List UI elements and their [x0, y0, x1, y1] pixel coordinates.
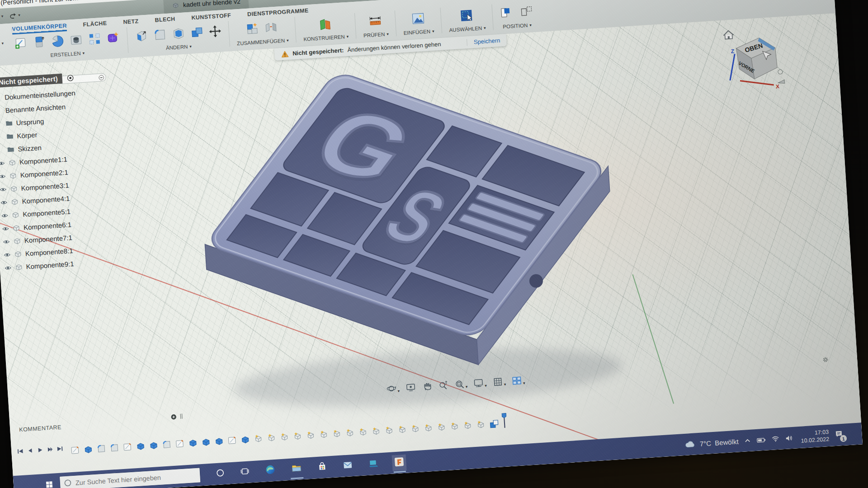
ribbon-group-label[interactable]: ERSTELLEN▾	[50, 51, 85, 58]
timeline-feature-extrude-icon[interactable]	[148, 440, 159, 451]
timeline-feature-component-icon[interactable]	[305, 430, 316, 441]
timeline-feature-fillet-icon[interactable]	[161, 439, 172, 450]
timeline-feature-component-icon[interactable]	[318, 429, 330, 440]
fillet-icon[interactable]	[153, 28, 167, 42]
visibility-eye-icon[interactable]	[0, 186, 7, 192]
timeline-step-forward-button[interactable]	[47, 446, 54, 453]
press-pull-icon[interactable]	[134, 29, 149, 43]
nav-grid-snaps-button[interactable]: ▾	[492, 376, 506, 388]
capture-position-icon[interactable]	[500, 6, 515, 20]
timeline-feature-component-icon[interactable]	[357, 427, 368, 438]
visibility-eye-icon[interactable]	[0, 199, 8, 205]
timeline-feature-fillet-icon[interactable]	[96, 443, 107, 454]
timeline-feature-component-icon[interactable]	[344, 427, 355, 439]
revolve-icon[interactable]	[50, 34, 65, 48]
ribbon-tab-fläche[interactable]: FLÄCHE	[83, 20, 107, 28]
ribbon-tab-blech[interactable]: BLECH	[155, 16, 175, 24]
timeline-feature-sketch-icon[interactable]	[122, 441, 133, 453]
move-icon[interactable]	[208, 25, 222, 38]
timeline-feature-component-icon[interactable]	[266, 432, 277, 444]
timeline-feature-extrude-icon[interactable]	[83, 444, 94, 455]
timeline-feature-component-icon[interactable]	[292, 431, 303, 442]
tray-expand-icon[interactable]	[744, 437, 751, 444]
wifi-icon[interactable]	[772, 436, 780, 442]
timeline-feature-extrude-icon[interactable]	[200, 436, 212, 448]
timeline-feature-extrude-icon[interactable]	[135, 441, 146, 452]
taskbar-app-file-explorer[interactable]	[289, 460, 304, 478]
timeline-position-marker[interactable]	[501, 412, 508, 429]
timeline-step-back-button[interactable]	[27, 447, 34, 454]
timeline-skip-start-button[interactable]	[17, 447, 24, 455]
visibility-eye-icon[interactable]	[0, 160, 5, 166]
timeline-feature-extrude-icon[interactable]	[240, 434, 251, 445]
taskbar-app-store[interactable]	[315, 459, 330, 475]
hole-icon[interactable]	[69, 33, 83, 47]
timeline-feature-combine-icon[interactable]	[488, 418, 500, 430]
select-icon[interactable]	[459, 8, 474, 23]
timeline-skip-end-button[interactable]	[57, 445, 64, 452]
nav-look-at-button[interactable]	[405, 382, 416, 393]
save-button[interactable]: Speichern	[467, 37, 500, 46]
timeline-feature-fillet-icon[interactable]	[109, 442, 120, 453]
nav-fit-button[interactable]: ▾	[454, 379, 468, 390]
timeline-feature-component-icon[interactable]	[436, 422, 447, 433]
taskbar-app-mail[interactable]	[340, 457, 355, 474]
visibility-eye-icon[interactable]	[4, 265, 12, 271]
timeline-feature-component-icon[interactable]	[253, 433, 264, 444]
nav-zoom-button[interactable]	[438, 380, 448, 391]
nav-display-settings-button[interactable]: ▾	[473, 377, 487, 389]
timeline-feature-component-icon[interactable]	[449, 421, 460, 432]
timeline-feature-component-icon[interactable]	[423, 422, 434, 434]
viewport-canvas[interactable]: G G S S	[0, 13, 863, 488]
timeline-play-button[interactable]	[37, 446, 44, 454]
chevron-down-icon[interactable]: ▾	[1, 14, 3, 18]
insert-image-icon[interactable]	[411, 11, 425, 26]
measure-icon[interactable]	[368, 14, 383, 28]
form-icon[interactable]	[106, 31, 120, 45]
timeline-feature-component-icon[interactable]	[410, 423, 421, 435]
visibility-eye-icon[interactable]	[0, 174, 6, 179]
nav-viewports-button[interactable]: ▾	[511, 375, 525, 386]
timeline-feature-extrude-icon[interactable]	[213, 436, 225, 447]
shell-icon[interactable]	[171, 27, 186, 41]
ribbon-tab-kunststoff[interactable]: KUNSTSTOFF	[191, 12, 231, 22]
taskbar-app-task-view[interactable]	[238, 465, 252, 480]
weather-widget[interactable]: 7°C Bewölkt	[684, 437, 739, 448]
notification-center-button[interactable]: 1	[835, 429, 844, 441]
timeline-feature-component-icon[interactable]	[462, 420, 473, 431]
sketch-create-icon[interactable]	[13, 37, 28, 51]
combine-icon[interactable]	[189, 25, 204, 40]
timeline-feature-extrude-icon[interactable]	[187, 437, 198, 448]
plus-icon[interactable]	[170, 413, 177, 420]
construction-plane-icon[interactable]	[317, 17, 333, 32]
timeline-feature-component-icon[interactable]	[370, 426, 382, 437]
home-icon[interactable]	[723, 30, 734, 39]
start-button[interactable]	[45, 480, 54, 488]
timeline-feature-sketch-icon[interactable]	[174, 438, 185, 449]
viewcube-extra-icons[interactable]	[778, 70, 785, 84]
radio-target-icon[interactable]	[66, 74, 74, 82]
taskbar-app-device[interactable]	[366, 456, 381, 473]
gear-icon[interactable]	[822, 356, 830, 364]
pattern-icon[interactable]	[87, 32, 102, 46]
timeline-feature-component-icon[interactable]	[279, 432, 290, 443]
visibility-eye-icon[interactable]	[4, 252, 11, 258]
new-component-icon[interactable]	[245, 22, 260, 36]
timeline-feature-component-icon[interactable]	[383, 425, 395, 436]
timeline-feature-sketch-icon[interactable]	[226, 435, 238, 446]
timeline-feature-sketch-icon[interactable]	[70, 445, 81, 456]
view-cube[interactable]: OBEN VORNE Z X	[720, 24, 792, 96]
nav-pan-button[interactable]	[421, 381, 432, 392]
timeline-feature-component-icon[interactable]	[396, 424, 408, 435]
joint-icon[interactable]	[264, 21, 278, 35]
nav-orbit-button[interactable]: ▾	[386, 383, 400, 394]
extrude-icon[interactable]	[32, 35, 46, 50]
volume-icon[interactable]	[785, 434, 793, 441]
ribbon-tab-netz[interactable]: NETZ	[123, 18, 139, 26]
minus-icon[interactable]	[98, 74, 104, 80]
chevron-down-icon[interactable]: ▾	[18, 13, 20, 17]
battery-icon[interactable]	[757, 436, 766, 443]
timeline-feature-component-icon[interactable]	[475, 419, 486, 430]
timeline-feature-component-icon[interactable]	[331, 428, 343, 439]
redo-icon[interactable]	[9, 11, 17, 19]
